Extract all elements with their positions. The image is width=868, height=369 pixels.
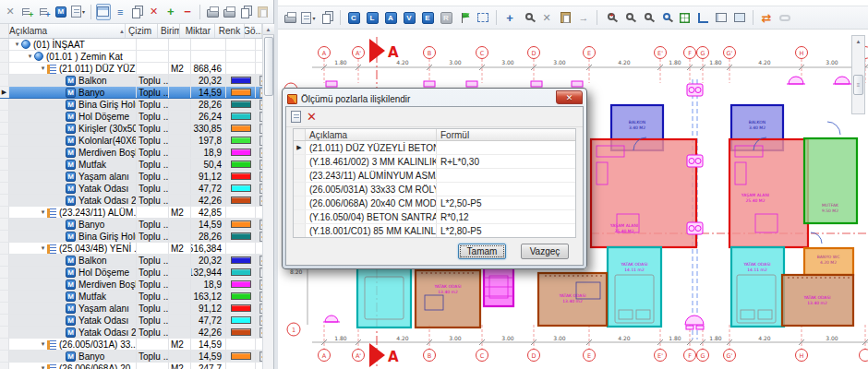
expander-icon[interactable]: ▾ [39,340,47,348]
color-swatch[interactable] [231,173,251,180]
delete-relation-icon[interactable]: ✕ [307,110,317,124]
paste-icon[interactable] [256,4,271,20]
link-icon[interactable] [777,9,793,26]
drawing-scroll-up-icon[interactable]: ▲ [853,36,864,47]
color-swatch[interactable] [231,89,251,96]
add-subgroup-tree-icon[interactable] [36,4,51,20]
tree-row[interactable]: MYaşam alanıToplu ...91,12✓ [0,171,273,183]
print-cancel-icon[interactable] [222,4,236,20]
color-swatch[interactable] [231,137,251,144]
color-swatch[interactable] [231,220,251,228]
color-swatch[interactable] [231,328,251,336]
tree-row[interactable]: MYaşam alanıToplu ...91,12✓ [0,303,273,315]
report-icon[interactable] [291,111,301,123]
column-header-renk[interactable]: Renk [215,24,245,38]
tree-row[interactable]: MYatak Odası 2Toplu ...42,26✓ [0,195,273,207]
tree-row[interactable]: MBina Giriş HolüToplu ...28,26✓ [0,231,273,243]
expander-icon[interactable]: ▾ [39,364,47,369]
table-row[interactable]: (26.005/031A) 33x33 CM RÖLYEF YÜZEYL... [294,183,575,196]
delete-icon[interactable]: ✕ [538,9,555,26]
zoom-page-icon[interactable] [639,9,656,26]
table-row[interactable]: (26.006/068A) 20x40 CM MOD.ÖL.ÜRET....L*… [294,196,575,210]
color-swatch[interactable] [231,232,251,240]
tree-row[interactable]: ▾(01.01 ) Zemin Kat [0,51,273,63]
tree-row[interactable]: ▾(26.006/068A) 20...M2247,7 [0,363,273,369]
tree-row[interactable]: MYatak OdasıToplu ...47,72✓ [0,315,273,327]
export-icon[interactable]: ▾ [70,4,86,20]
expander-icon[interactable]: ▾ [39,244,47,252]
table-row[interactable]: (23.243/11) ALÜMİNYUM ASMA TAVAN Y... [294,169,575,183]
dialog-titlebar[interactable]: Ölçümü pozlarla ilişkilendir ✕ [285,91,584,106]
add-row-icon[interactable]: + [163,4,178,20]
pick-icon[interactable]: + [501,9,518,26]
cancel-button[interactable]: Vazgeç [521,244,569,259]
column-header-miktar[interactable]: Miktar [180,24,215,38]
copy-icon[interactable] [239,4,254,20]
export-icon[interactable]: ▾ [300,9,317,26]
tree-row[interactable]: ▶MBanyoToplu ...14,59✓ [0,87,273,99]
room-yatak-odasi-1[interactable]: YATAK ODASI14.11 m2 [608,247,661,327]
tree-row[interactable]: MYatak OdasıToplu ...47,72✓ [0,183,273,195]
magnifier-icon[interactable] [520,9,536,26]
room-mutfak[interactable]: MUTFAK9.50 M2 [804,138,857,223]
layer-a-button[interactable]: A [382,9,399,26]
clipboard-icon[interactable] [557,9,573,26]
scroll-thumb[interactable] [264,37,273,96]
drawing-scrollbar[interactable]: ▲ ≡ [851,35,865,114]
flag-icon[interactable] [456,9,473,26]
expander-icon[interactable]: ▾ [39,208,47,216]
table-row[interactable]: (Y.16.050/04) BETON SANTRALİNDE ÜRE...R*… [294,210,575,224]
tree-row[interactable]: MKirişler (30x50)Toplu ...330,85 [0,123,273,135]
tree-row[interactable]: ▾(26.005/031A) 33...M214,59 [0,339,273,351]
poz-column-aciklama[interactable]: Açıklama [306,129,437,140]
tree-row[interactable]: MMutfakToplu ...50,4✓ [0,159,273,171]
color-swatch[interactable] [231,316,251,324]
ok-button[interactable]: Tamam [458,244,506,259]
column-header-aciklama[interactable]: Açıklama ▲ [9,24,126,38]
table-row[interactable]: (Y.18.461/002) 3 MM KALINLIKTA PLAST...R… [294,155,575,169]
tree-row[interactable]: MKolonlar(40X60)Toplu ...197,8 [0,135,273,147]
expander-icon[interactable]: ▾ [26,53,34,60]
layer-l-button[interactable]: L [364,9,380,26]
zoom-in-icon[interactable] [602,9,619,26]
expander-icon[interactable]: ▾ [39,65,47,72]
layer-v-button[interactable]: V [401,9,417,26]
room-yasam-alani-2[interactable]: YAŞAM ALANI25.40 M2 [729,139,808,247]
room-merdiven[interactable] [484,268,513,306]
layout-split-icon[interactable] [713,9,729,26]
layout-full-icon[interactable] [731,9,748,26]
room-yatak-odasi-4[interactable]: YATAK ODASI13.40 m2 [538,273,607,326]
tree-row[interactable]: MHol DöşemeToplu ...26,24 [0,111,273,123]
tree-row[interactable]: MBanyoToplu ...14,59✓ [0,351,273,363]
remove-row-icon[interactable]: − [180,4,195,20]
tree-row[interactable]: MMerdiven BoşluğuToplu ...18,9✓ [0,279,273,291]
table-row[interactable]: (Y.18.001/C01) 85 MM KALINLIĞINDA YA...L… [294,224,575,238]
table-row[interactable]: ▶(21.011) DÜZ YÜZEYLİ BETON VE BETONA... [294,141,575,155]
list-view-icon[interactable]: ≡ [113,4,127,20]
room-yatak-odasi-2[interactable]: YATAK ODASI14.11 m2 [731,247,784,327]
color-swatch[interactable] [231,196,251,204]
color-swatch[interactable] [231,113,251,120]
color-swatch[interactable] [231,304,251,312]
tree-row[interactable]: ▾(21.011) DÜZ YÜZ...M2868,46 [0,63,273,75]
column-header-goster[interactable]: Gö... [245,24,262,38]
color-swatch[interactable] [231,184,251,192]
corner-icon[interactable] [694,9,711,26]
tree-row[interactable]: MBalkonToplu ...20,32✓ [0,255,273,267]
go-arrow-icon[interactable]: → [575,9,592,26]
room-yatak-odasi-5[interactable]: YATAK ODASI13.40 m2 [416,270,480,327]
copy-sheet-icon[interactable] [319,9,335,26]
tree-row[interactable]: MBalkonToplu ...20,32✓ [0,75,273,87]
window-icon[interactable] [96,4,111,20]
zoom-prev-icon[interactable] [621,9,637,26]
tree-scrollbar[interactable]: ▲ [262,24,273,369]
table-icon[interactable] [676,9,693,26]
color-swatch[interactable] [231,77,251,84]
color-swatch[interactable] [231,125,251,132]
tree-row[interactable]: MMerdiven BoşluğuToplu ...18,9✓ [0,147,273,159]
tree-row[interactable]: MMutfakToplu ...163,12✓ [0,291,273,303]
delete-icon[interactable]: ✕ [3,4,18,20]
tree-row[interactable]: MBina Giriş HolüToplu ...28,26✓ [0,99,273,111]
tree-row[interactable]: ▾(01) İNŞAAT [0,39,273,51]
delete-row-icon[interactable]: ✕ [147,4,162,20]
